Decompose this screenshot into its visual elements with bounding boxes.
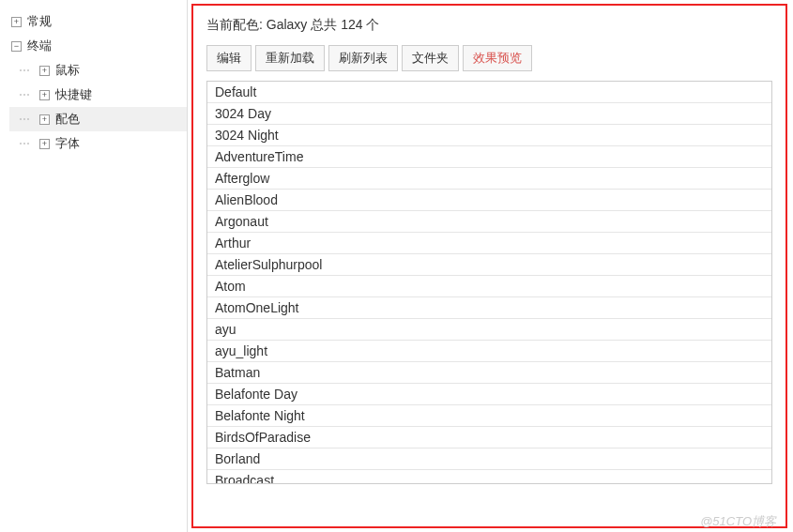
header-count: 124	[341, 17, 362, 32]
header-scheme-name: Galaxy	[267, 17, 308, 32]
refresh-list-button[interactable]: 刷新列表	[328, 45, 398, 71]
header-suffix: 个	[363, 17, 380, 32]
folder-button[interactable]: 文件夹	[402, 45, 459, 71]
sidebar-item-3[interactable]: ⋯+快捷键	[9, 83, 187, 107]
list-item[interactable]: AtelierSulphurpool	[207, 254, 771, 276]
list-item[interactable]: 3024 Night	[207, 125, 771, 146]
list-item[interactable]: 3024 Day	[207, 103, 771, 125]
tree-connector-icon: ⋯	[19, 88, 30, 101]
list-item[interactable]: AdventureTime	[207, 146, 771, 168]
sidebar-item-label: 字体	[55, 135, 80, 152]
plus-icon[interactable]: +	[39, 114, 50, 125]
header-middle: 总共	[307, 17, 341, 32]
list-item[interactable]: Belafonte Day	[207, 384, 771, 405]
theme-list[interactable]: Default3024 Day3024 NightAdventureTimeAf…	[206, 81, 772, 484]
list-item[interactable]: AtomOneLight	[207, 297, 771, 319]
list-item[interactable]: Borland	[207, 448, 771, 470]
sidebar-item-0[interactable]: +常规	[9, 9, 187, 34]
settings-sidebar: +常规−终端⋯+鼠标⋯+快捷键⋯+配色⋯+字体	[0, 0, 188, 532]
list-item[interactable]: Batman	[207, 362, 771, 384]
tree-connector-icon: ⋯	[19, 113, 30, 126]
app-window: +常规−终端⋯+鼠标⋯+快捷键⋯+配色⋯+字体 当前配色: Galaxy 总共 …	[0, 0, 793, 532]
sidebar-item-label: 常规	[27, 13, 52, 30]
header-prefix: 当前配色:	[206, 17, 267, 32]
list-item[interactable]: Default	[207, 82, 771, 103]
sidebar-item-label: 鼠标	[55, 62, 80, 79]
sidebar-item-2[interactable]: ⋯+鼠标	[9, 58, 187, 83]
sidebar-item-4[interactable]: ⋯+配色	[9, 107, 187, 131]
reload-button[interactable]: 重新加载	[255, 45, 325, 71]
list-item[interactable]: Arthur	[207, 233, 771, 254]
preview-button[interactable]: 效果预览	[463, 45, 532, 71]
tree-connector-icon: ⋯	[19, 64, 30, 77]
tree-connector-icon: ⋯	[19, 137, 30, 150]
plus-icon[interactable]: +	[11, 17, 22, 27]
list-item[interactable]: Argonaut	[207, 211, 771, 233]
current-scheme-label: 当前配色: Galaxy 总共 124 个	[206, 17, 772, 34]
sidebar-item-1[interactable]: −终端	[9, 34, 187, 58]
edit-button[interactable]: 编辑	[206, 45, 252, 71]
main-panel: 当前配色: Galaxy 总共 124 个 编辑 重新加载 刷新列表 文件夹 效…	[191, 4, 787, 528]
list-item[interactable]: ayu	[207, 319, 771, 341]
plus-icon[interactable]: +	[39, 139, 50, 149]
list-item[interactable]: AlienBlood	[207, 190, 771, 211]
plus-icon[interactable]: +	[39, 90, 50, 100]
sidebar-item-label: 配色	[55, 111, 80, 128]
minus-icon[interactable]: −	[11, 41, 22, 52]
list-item[interactable]: BirdsOfParadise	[207, 427, 771, 448]
list-item[interactable]: ayu_light	[207, 341, 771, 362]
toolbar: 编辑 重新加载 刷新列表 文件夹 效果预览	[206, 45, 772, 71]
list-item[interactable]: Afterglow	[207, 168, 771, 190]
plus-icon[interactable]: +	[39, 66, 50, 76]
sidebar-item-label: 终端	[27, 38, 52, 54]
list-item[interactable]: Atom	[207, 276, 771, 297]
sidebar-item-5[interactable]: ⋯+字体	[9, 131, 187, 156]
sidebar-item-label: 快捷键	[55, 86, 92, 103]
list-item[interactable]: Belafonte Night	[207, 405, 771, 427]
list-item[interactable]: Broadcast	[207, 470, 771, 484]
